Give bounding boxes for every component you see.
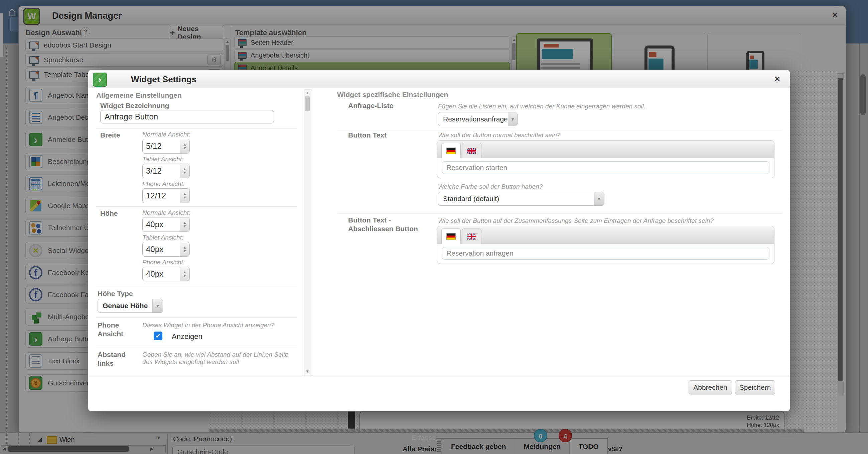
- divider: [96, 206, 297, 207]
- modal-scrollbar[interactable]: [304, 89, 311, 376]
- tab-language-english[interactable]: [462, 228, 482, 244]
- hoehe-label: Höhe: [100, 209, 118, 218]
- phone-ansicht-hint: Phone Ansicht:: [142, 180, 185, 188]
- hoehe-phone-spinner[interactable]: 40px ▲▼: [142, 267, 190, 281]
- button-text-input[interactable]: Reservation starten: [442, 161, 769, 174]
- spinner-buttons[interactable]: ▲▼: [180, 164, 189, 178]
- widget-settings-modal: › Widget Settings × Allgemeine Einstellu…: [88, 69, 790, 412]
- modal-title: Widget Settings: [131, 74, 196, 85]
- scroll-up-icon[interactable]: ▲: [304, 91, 311, 95]
- language-tabs: [437, 141, 774, 158]
- tablet-ansicht-hint: Tablet Ansicht:: [142, 234, 183, 241]
- spin-down-icon[interactable]: ▼: [183, 274, 187, 277]
- spinner-buttons[interactable]: ▲▼: [180, 189, 189, 203]
- abschliessen-button-label: Button Text - Abschliessen Button: [348, 216, 435, 233]
- button-color-select[interactable]: Standard (default) ▼: [438, 192, 604, 206]
- tab-language-german[interactable]: [441, 228, 461, 244]
- hoehe-type-label: Höhe Type: [98, 289, 133, 298]
- spin-up-icon[interactable]: ▲: [183, 271, 187, 274]
- spin-up-icon[interactable]: ▲: [183, 168, 187, 171]
- abschliessen-hint: Wie soll der Button auf der Zusammenfass…: [438, 217, 714, 225]
- spin-up-icon[interactable]: ▲: [183, 221, 187, 224]
- save-button[interactable]: Speichern: [735, 380, 775, 394]
- tablet-ansicht-hint: Tablet Ansicht:: [142, 155, 183, 163]
- screen: ⌂ W Design Manager × Design Auswahl ? + …: [0, 0, 868, 454]
- abstand-hint: Geben Sie an, wie viel Abstand auf der L…: [142, 351, 289, 366]
- spinner-value[interactable]: 40px: [143, 218, 180, 231]
- abstand-links-label: Abstand links: [98, 350, 138, 368]
- spin-up-icon[interactable]: ▲: [183, 143, 187, 146]
- spin-up-icon[interactable]: ▲: [183, 192, 187, 195]
- modal-scrollbar-thumb[interactable]: [305, 96, 310, 111]
- specific-section-title: Widget spezifische Einstellungen: [337, 91, 448, 99]
- chevron-down-icon[interactable]: ▼: [508, 112, 517, 126]
- anzeigen-label: Anzeigen: [172, 332, 203, 341]
- uk-flag-icon: [467, 148, 476, 154]
- divider: [337, 129, 782, 129]
- anzeigen-checkbox[interactable]: ✔: [154, 332, 162, 340]
- hoehe-tablet-spinner[interactable]: 40px ▲▼: [142, 242, 190, 257]
- breite-tablet-spinner[interactable]: 3/12 ▲▼: [142, 164, 190, 178]
- general-settings-column: Allgemeine Einstellungen Widget Bezeichn…: [95, 89, 300, 376]
- spinner-value[interactable]: 3/12: [143, 164, 180, 178]
- spinner-value[interactable]: 40px: [143, 242, 180, 256]
- widget-name-input[interactable]: Anfrage Button: [100, 110, 274, 123]
- modal-close-icon[interactable]: ×: [774, 74, 780, 84]
- divider: [96, 128, 297, 129]
- hoehe-normal-spinner[interactable]: 40px ▲▼: [142, 217, 190, 232]
- anfrage-liste-select[interactable]: Reservationsanfrage ▼: [438, 112, 518, 126]
- anfrage-liste-hint: Fügen Sie die Listen ein, auf welchen de…: [438, 103, 646, 110]
- divider: [96, 286, 297, 286]
- phone-ansicht-hint: Phone Ansicht:: [142, 259, 185, 266]
- divider: [96, 317, 297, 318]
- select-value: Standard (default): [438, 192, 594, 205]
- spinner-buttons[interactable]: ▲▼: [180, 218, 189, 231]
- breite-label: Breite: [100, 131, 120, 140]
- abschliessen-lang-box: Reservation anfragen: [437, 226, 774, 264]
- button-text-lang-box: Reservation starten: [437, 140, 774, 178]
- spin-down-icon[interactable]: ▼: [183, 196, 187, 199]
- divider: [96, 347, 297, 347]
- select-value: Reservationsanfrage: [438, 112, 508, 126]
- tab-language-german[interactable]: [441, 143, 461, 158]
- spinner-buttons[interactable]: ▲▼: [180, 139, 189, 153]
- scroll-down-icon[interactable]: ▼: [304, 369, 311, 374]
- button-text-hint: Wie soll der Button normal beschriftet s…: [438, 132, 560, 139]
- spin-down-icon[interactable]: ▼: [183, 146, 187, 149]
- chevron-down-icon[interactable]: ▼: [152, 299, 163, 312]
- hoehe-type-select[interactable]: Genaue Höhe ▼: [98, 299, 163, 313]
- spinner-value[interactable]: 12/12: [143, 189, 180, 203]
- cancel-button[interactable]: Abbrechen: [689, 380, 732, 394]
- spinner-value[interactable]: 5/12: [143, 139, 180, 153]
- phone-ansicht-question-hint: Dieses Widget in der Phone Ansicht anzei…: [142, 321, 274, 329]
- widget-name-label: Widget Bezeichnung: [100, 102, 169, 110]
- german-flag-icon: [446, 147, 456, 154]
- spin-down-icon[interactable]: ▼: [183, 225, 187, 228]
- spinner-buttons[interactable]: ▲▼: [180, 267, 189, 281]
- button-color-hint: Welche Farbe soll der Button haben?: [438, 183, 542, 190]
- uk-flag-icon: [467, 233, 476, 239]
- normale-ansicht-hint: Normale Ansicht:: [142, 209, 190, 217]
- tab-language-english[interactable]: [462, 143, 482, 158]
- button-text-label: Button Text: [348, 131, 386, 140]
- spinner-value[interactable]: 40px: [143, 267, 180, 281]
- phone-ansicht-label: Phone Ansicht: [98, 321, 138, 338]
- spinner-buttons[interactable]: ▲▼: [180, 242, 189, 256]
- spin-down-icon[interactable]: ▼: [183, 250, 187, 253]
- footer-divider: [88, 375, 789, 375]
- widget-settings-icon: ›: [93, 73, 107, 87]
- divider: [337, 213, 782, 214]
- abschliessen-text-input[interactable]: Reservation anfragen: [442, 247, 769, 260]
- select-value: Genaue Höhe: [98, 299, 152, 312]
- german-flag-icon: [446, 233, 456, 240]
- anfrage-liste-label: Anfrage-Liste: [348, 102, 393, 110]
- spin-down-icon[interactable]: ▼: [183, 171, 187, 174]
- spin-up-icon[interactable]: ▲: [183, 246, 187, 249]
- breite-phone-spinner[interactable]: 12/12 ▲▼: [142, 188, 190, 203]
- chevron-down-icon[interactable]: ▼: [594, 192, 604, 205]
- language-tabs: [437, 226, 774, 244]
- normale-ansicht-hint: Normale Ansicht:: [142, 131, 190, 138]
- general-section-title: Allgemeine Einstellungen: [96, 91, 182, 100]
- breite-normal-spinner[interactable]: 5/12 ▲▼: [142, 139, 190, 153]
